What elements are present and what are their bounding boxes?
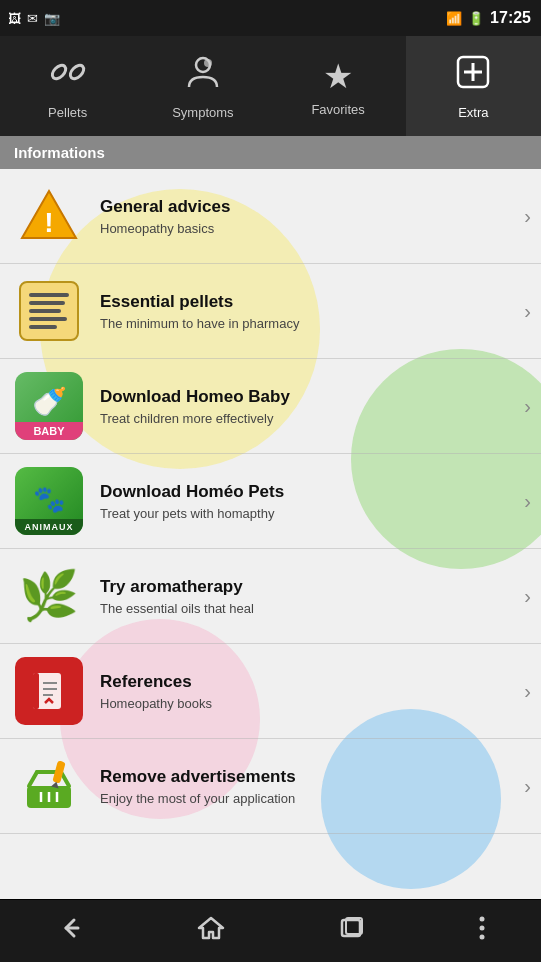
- status-left-icons: 🖼 ✉ 📷: [8, 11, 60, 26]
- list-item[interactable]: ! General advices Homeopathy basics ›: [0, 169, 541, 264]
- list-item[interactable]: References Homeopathy books ›: [0, 644, 541, 739]
- tab-symptoms-label: Symptoms: [172, 105, 233, 120]
- svg-point-3: [204, 59, 212, 67]
- references-title: References: [100, 672, 516, 692]
- section-header: Informations: [0, 136, 541, 169]
- status-time: 17:25: [490, 9, 531, 27]
- svg-point-27: [479, 917, 484, 922]
- camera-status-icon: 📷: [44, 11, 60, 26]
- list-items-container: ! General advices Homeopathy basics ›: [0, 169, 541, 834]
- remove-ads-icon: [14, 751, 84, 821]
- remove-ads-text: Remove advertisements Enjoy the most of …: [100, 767, 516, 806]
- list-item[interactable]: Remove advertisements Enjoy the most of …: [0, 739, 541, 834]
- tab-pellets[interactable]: Pellets: [0, 36, 135, 136]
- list-item[interactable]: 🍼 BABY Download Homeo Baby Treat childre…: [0, 359, 541, 454]
- bottom-nav: [0, 900, 541, 962]
- references-text: References Homeopathy books: [100, 672, 516, 711]
- tab-pellets-label: Pellets: [48, 105, 87, 120]
- general-advices-title: General advices: [100, 197, 516, 217]
- chevron-right-icon: ›: [524, 490, 531, 513]
- homeo-pets-subtitle: Treat your pets with homapthy: [100, 506, 516, 521]
- tab-favorites[interactable]: ★ Favorites: [271, 36, 406, 136]
- sim-icon: 📶: [446, 11, 462, 26]
- remove-ads-title: Remove advertisements: [100, 767, 516, 787]
- back-button[interactable]: [36, 904, 104, 958]
- remove-ads-subtitle: Enjoy the most of your application: [100, 791, 516, 806]
- tab-favorites-label: Favorites: [311, 102, 364, 117]
- chevron-right-icon: ›: [524, 680, 531, 703]
- status-bar: 🖼 ✉ 📷 📶 🔋 17:25: [0, 0, 541, 36]
- essential-pellets-title: Essential pellets: [100, 292, 516, 312]
- list-item[interactable]: 🐾 ANIMAUX Download Homéo Pets Treat your…: [0, 454, 541, 549]
- chevron-right-icon: ›: [524, 585, 531, 608]
- general-advices-icon: !: [14, 181, 84, 251]
- list-item[interactable]: 🌿 Try aromatherapy The essential oils th…: [0, 549, 541, 644]
- tab-symptoms[interactable]: Symptoms: [135, 36, 270, 136]
- svg-text:!: !: [44, 207, 53, 238]
- general-advices-text: General advices Homeopathy basics: [100, 197, 516, 236]
- chevron-right-icon: ›: [524, 300, 531, 323]
- homeo-baby-title: Download Homeo Baby: [100, 387, 516, 407]
- essential-pellets-icon: [14, 276, 84, 346]
- svg-point-29: [479, 935, 484, 940]
- tab-extra[interactable]: Extra: [406, 36, 541, 136]
- references-icon: [14, 656, 84, 726]
- aromatherapy-title: Try aromatherapy: [100, 577, 516, 597]
- battery-icon: 🔋: [468, 11, 484, 26]
- essential-pellets-subtitle: The minimum to have in pharmacy: [100, 316, 516, 331]
- svg-rect-10: [33, 673, 39, 709]
- email-status-icon: ✉: [27, 11, 38, 26]
- aromatherapy-text: Try aromatherapy The essential oils that…: [100, 577, 516, 616]
- more-button[interactable]: [459, 905, 505, 957]
- homeo-pets-icon: 🐾 ANIMAUX: [14, 466, 84, 536]
- aromatherapy-subtitle: The essential oils that heal: [100, 601, 516, 616]
- svg-marker-24: [199, 918, 223, 938]
- status-right-icons: 📶 🔋 17:25: [446, 9, 531, 27]
- extra-icon: [454, 53, 492, 99]
- tab-bar: Pellets Symptoms ★ Favorites Extra: [0, 36, 541, 136]
- list-item[interactable]: Essential pellets The minimum to have in…: [0, 264, 541, 359]
- aromatherapy-icon: 🌿: [14, 561, 84, 631]
- home-button[interactable]: [177, 904, 245, 958]
- image-status-icon: 🖼: [8, 11, 21, 26]
- homeo-baby-text: Download Homeo Baby Treat children more …: [100, 387, 516, 426]
- chevron-right-icon: ›: [524, 395, 531, 418]
- homeo-pets-text: Download Homéo Pets Treat your pets with…: [100, 482, 516, 521]
- chevron-right-icon: ›: [524, 775, 531, 798]
- list-area: ! General advices Homeopathy basics ›: [0, 169, 541, 899]
- symptoms-icon: [184, 53, 222, 99]
- chevron-right-icon: ›: [524, 205, 531, 228]
- recents-button[interactable]: [318, 904, 386, 958]
- homeo-pets-title: Download Homéo Pets: [100, 482, 516, 502]
- pellets-icon: [49, 53, 87, 99]
- svg-point-0: [49, 62, 67, 80]
- favorites-icon: ★: [323, 56, 353, 96]
- svg-line-15: [29, 772, 37, 786]
- general-advices-subtitle: Homeopathy basics: [100, 221, 516, 236]
- svg-point-1: [67, 62, 85, 80]
- homeo-baby-subtitle: Treat children more effectively: [100, 411, 516, 426]
- svg-point-28: [479, 926, 484, 931]
- essential-pellets-text: Essential pellets The minimum to have in…: [100, 292, 516, 331]
- references-subtitle: Homeopathy books: [100, 696, 516, 711]
- tab-extra-label: Extra: [458, 105, 488, 120]
- homeo-baby-icon: 🍼 BABY: [14, 371, 84, 441]
